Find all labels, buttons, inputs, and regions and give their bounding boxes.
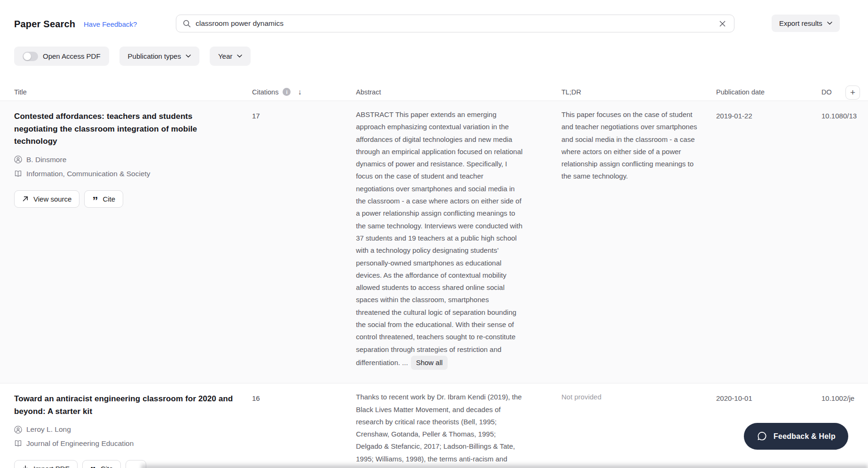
chevron-down-icon [237,55,242,58]
download-icon [22,465,29,468]
author-icon [14,156,22,164]
sort-descending-icon[interactable]: ↓ [298,88,301,96]
column-header-citations: Citations i ↓ [252,88,356,96]
search-icon [183,20,191,28]
search-input[interactable] [196,19,717,28]
tldr-cell: This paper focuses on the case of studen… [561,101,699,383]
abstract-cell: ABSTRACT This paper extends an emerging … [356,101,523,383]
paper-search-page: Paper Search Have Feedback? Export resul… [0,0,868,468]
citations-value: 17 [252,101,356,383]
filter-bar: Open Access PDF Publication types Year [14,47,251,66]
author-icon [14,426,22,434]
open-access-toggle[interactable] [23,52,38,61]
table-row: Contested affordances: teachers and stud… [0,101,868,383]
cite-button[interactable]: ” Cite [82,460,121,468]
external-link-icon [22,195,29,202]
table-header-row: Title Citations i ↓ Abstract TL;DR Publi… [0,83,868,101]
citations-value: 16 [252,383,356,468]
more-options-button[interactable] [126,460,146,468]
column-header-doi: DO [821,88,868,96]
journal-icon [14,170,22,178]
column-header-publication-date: Publication date [716,88,821,96]
search-bar[interactable] [176,15,734,32]
have-feedback-link[interactable]: Have Feedback? [84,20,137,28]
publication-types-filter[interactable]: Publication types [119,47,199,66]
results-table: Title Citations i ↓ Abstract TL;DR Publi… [0,83,868,468]
tldr-cell: Not provided [561,383,699,468]
journal-icon [14,440,22,447]
show-all-button[interactable]: Show all [411,356,448,370]
view-source-button[interactable]: View source [14,190,79,208]
column-header-title: Title [0,88,252,96]
paper-authors: B. Dinsmore [14,156,252,164]
paper-title[interactable]: Contested affordances: teachers and stud… [14,110,216,148]
column-header-abstract: Abstract [356,88,561,96]
chat-bubble-icon [757,431,767,442]
feedback-help-button[interactable]: Feedback & Help [744,423,848,450]
open-access-pdf-filter[interactable]: Open Access PDF [14,47,109,66]
publication-date-value: 2019-01-22 [716,101,821,383]
paper-venue: Journal of Engineering Education [14,439,252,448]
import-pdf-button[interactable]: Import PDF [14,460,78,468]
doi-value: 10.1080/13 [821,101,868,383]
paper-venue: Information, Communication & Society [14,170,252,178]
export-results-button[interactable]: Export results [772,15,840,32]
column-header-tldr: TL;DR [561,88,716,96]
add-column-button[interactable]: + [845,86,860,100]
cite-button[interactable]: ” Cite [84,190,123,208]
paper-authors: Leroy L. Long [14,425,252,434]
quote-icon: ” [92,199,98,203]
chevron-down-icon [827,22,832,25]
year-filter[interactable]: Year [210,47,251,66]
chevron-down-icon [186,55,191,58]
clear-search-icon[interactable] [717,18,727,29]
table-row: Toward an antiracist engineering classro… [0,383,868,468]
page-title: Paper Search [14,19,75,30]
citations-info-icon[interactable]: i [283,88,291,96]
abstract-cell: Thanks to recent work by Dr. Ibram Kendi… [356,383,523,468]
paper-title[interactable]: Toward an antiracist engineering classro… [14,393,242,418]
